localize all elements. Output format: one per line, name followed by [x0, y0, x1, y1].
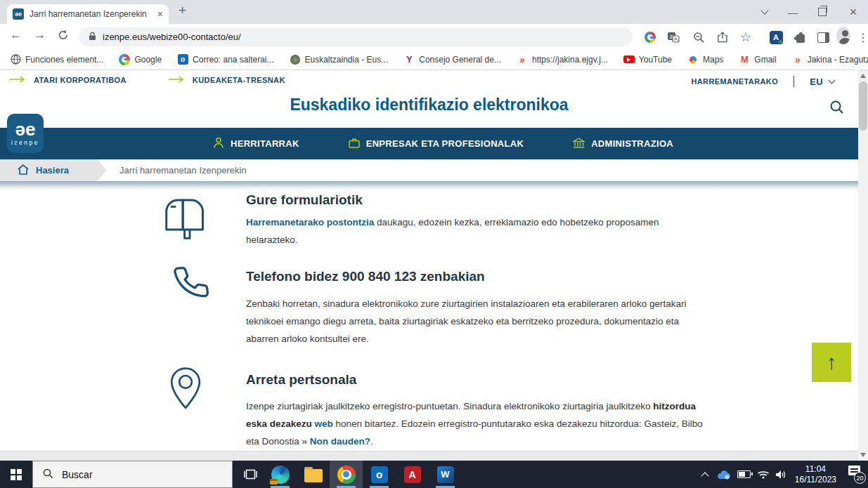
browser-toolbar: ← → izenpe.eus/webize00-contacto/eu/ aA … — [0, 24, 868, 49]
taskbar-word[interactable]: W — [429, 461, 462, 488]
battery-tray-icon[interactable] — [734, 461, 753, 488]
outlook-icon: o — [371, 466, 388, 483]
section-title-arreta: Arreta pertsonala — [246, 372, 356, 388]
utility-nav: ATARI KORPORATIBOA KUDEAKETA-TRESNAK — [10, 76, 285, 84]
vertical-scrollbar[interactable] — [858, 70, 868, 461]
clock-time: 11:04 — [795, 464, 836, 475]
taskbar-edge[interactable] — [264, 461, 297, 488]
gmail-icon: M — [739, 54, 750, 65]
screen: əe Jarri harremanetan Izenperekin × + — … — [0, 0, 868, 488]
home-icon — [17, 164, 30, 178]
taskbar: Buscar o A W — [0, 461, 868, 488]
task-view-button[interactable] — [234, 461, 267, 488]
bookmark-euskaltzaindia[interactable]: Euskaltzaindia - Eus... — [290, 54, 389, 65]
nav-enpresak[interactable]: ENPRESAK ETA PROFESIONALAK — [349, 138, 524, 150]
breadcrumb-shadow — [0, 181, 858, 191]
browser-tab[interactable]: əe Jarri harremanetan Izenperekin × — [7, 4, 169, 24]
bookmark-funciones[interactable]: Funciones element... — [10, 54, 103, 65]
taskbar-file-explorer[interactable] — [297, 461, 330, 488]
taskbar-chrome-active[interactable] — [330, 461, 363, 488]
bookmark-youtube[interactable]: YouTube — [623, 54, 672, 65]
close-button[interactable]: × — [839, 0, 867, 24]
breadcrumb: Hasiera Jarri harremanetan Izenperekin — [0, 159, 858, 181]
back-icon[interactable]: ← — [10, 28, 22, 42]
location-pin-icon — [168, 366, 203, 423]
extensions-puzzle-icon[interactable] — [793, 30, 808, 44]
profile-avatar[interactable] — [836, 28, 850, 42]
section-text-telefono: Zenbaki horretan, sinadura elektronikoko… — [246, 295, 711, 348]
utility-link-kudeaketa[interactable]: KUDEAKETA-TRESNAK — [169, 76, 285, 84]
taskbar-acrobat[interactable]: A — [396, 461, 429, 488]
youtube-icon — [623, 54, 635, 65]
tray-expand-chevron[interactable] — [697, 461, 713, 488]
consejo-icon: Y — [403, 54, 415, 65]
jakina-icon: » — [517, 54, 528, 65]
wifi-tray-icon[interactable] — [754, 461, 772, 488]
euskaltzaindia-icon — [290, 54, 301, 65]
scroll-to-top-button[interactable]: ↑ — [812, 343, 851, 382]
translate-icon[interactable]: aA — [666, 30, 680, 44]
bookmark-star-icon[interactable]: ☆ — [739, 30, 753, 44]
acrobat-icon: A — [404, 466, 421, 483]
taskbar-search[interactable]: Buscar — [32, 461, 233, 488]
menu-kebab-icon[interactable]: ⋮ — [856, 30, 868, 44]
volume-tray-icon[interactable] — [772, 461, 789, 488]
jakina-icon: » — [792, 54, 803, 65]
breadcrumb-home[interactable]: Hasiera — [0, 159, 107, 181]
bookmark-gmail[interactable]: M Gmail — [739, 54, 776, 65]
clock-date: 16/11/2023 — [795, 475, 836, 485]
non-dauden-link[interactable]: Non dauden? — [310, 436, 370, 447]
restore-button[interactable] — [808, 0, 836, 24]
url-text: izenpe.eus/webize00-contacto/eu/ — [103, 32, 241, 42]
breadcrumb-current: Jarri harremanetan Izenperekin — [119, 159, 247, 181]
bookmark-maps[interactable]: Maps — [687, 54, 723, 65]
bookmark-consejo[interactable]: Y Consejo General de... — [403, 54, 501, 65]
reload-icon[interactable] — [58, 29, 69, 44]
svg-text:A: A — [674, 36, 678, 42]
scrollbar-up-arrow[interactable] — [860, 74, 866, 78]
share-icon[interactable] — [715, 30, 730, 44]
windows-logo-icon — [11, 469, 22, 480]
scrollbar-thumb[interactable] — [859, 81, 867, 131]
forward-icon[interactable]: → — [34, 28, 46, 42]
address-bar[interactable]: izenpe.eus/webize00-contacto/eu/ — [79, 27, 633, 46]
side-panel-icon[interactable] — [816, 30, 830, 44]
start-button[interactable] — [0, 461, 32, 488]
search-icon — [43, 468, 53, 481]
section-title-telefono: Telefono bidez 900 840 123 zenbakian — [246, 269, 485, 284]
https-lock-icon — [89, 32, 96, 43]
nav-administrazioa[interactable]: ADMINISTRAZIOA — [573, 138, 673, 150]
contact-link[interactable]: HARREMANETARAKO — [691, 77, 778, 86]
file-explorer-icon — [304, 469, 323, 482]
bookmark-correo[interactable]: o Correo: ana salterai... — [177, 54, 273, 65]
language-selector[interactable]: EU — [810, 77, 834, 87]
bookmark-jakina-ezagutza[interactable]: » Jakina - Ezagutza el... — [792, 54, 868, 65]
tab-close-icon[interactable]: × — [157, 9, 163, 19]
bank-icon — [573, 138, 585, 150]
utility-link-atari[interactable]: ATARI KORPORATIBOA — [10, 76, 127, 84]
task-view-icon — [244, 468, 257, 480]
edge-icon — [271, 466, 290, 484]
bookmark-google[interactable]: Google — [119, 54, 162, 65]
minimize-button[interactable]: — — [779, 0, 807, 24]
scrollbar-down-arrow[interactable] — [860, 453, 866, 457]
postontzia-link[interactable]: Harremanetarako postontzia — [246, 217, 374, 227]
search-icon[interactable] — [829, 100, 845, 118]
izenpe-logo[interactable]: əe izenpe — [7, 114, 44, 153]
notification-center[interactable]: 20 — [848, 466, 864, 481]
nav-herritarrak[interactable]: HERRITARRAK — [213, 137, 299, 150]
taskbar-clock[interactable]: 11:04 16/11/2023 — [795, 464, 836, 485]
taskbar-outlook[interactable]: o — [363, 461, 396, 488]
onedrive-tray-icon[interactable] — [715, 461, 733, 488]
tab-search-icon[interactable] — [752, 0, 777, 24]
bookmark-jakina-url[interactable]: » https://jakina.ejgv.j... — [517, 54, 608, 65]
zoom-out-icon[interactable] — [692, 30, 706, 44]
google-search-icon[interactable] — [643, 30, 657, 44]
outlook-icon: o — [177, 54, 188, 65]
extension-a-icon[interactable]: A — [769, 30, 783, 44]
main-nav: HERRITARRAK ENPRESAK ETA PROFESIONALAK A… — [0, 128, 858, 159]
web-link[interactable]: web — [315, 418, 333, 429]
arrow-up-icon: ↑ — [827, 350, 837, 374]
green-arrow-icon — [169, 76, 187, 84]
new-tab-button[interactable]: + — [179, 3, 186, 18]
